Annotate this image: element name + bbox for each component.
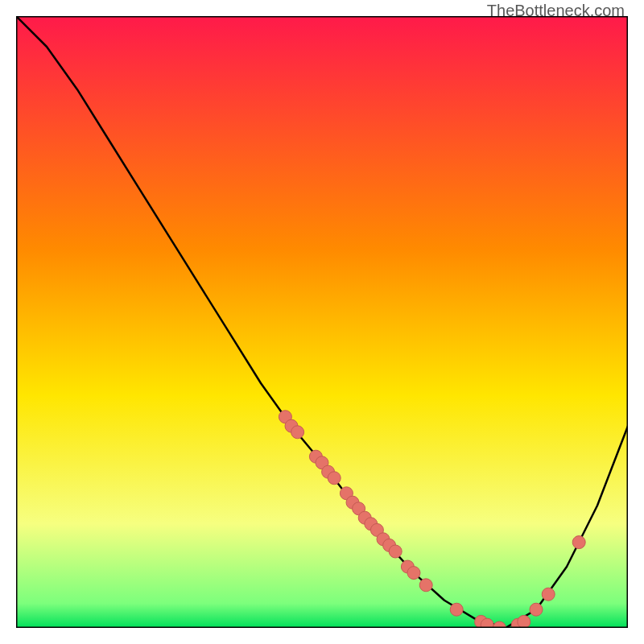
data-marker — [572, 536, 585, 549]
data-marker — [419, 579, 432, 592]
data-marker — [481, 618, 493, 628]
gradient-background — [16, 16, 628, 628]
data-marker — [542, 588, 555, 601]
data-marker — [389, 545, 402, 558]
data-marker — [450, 603, 463, 616]
data-marker — [530, 603, 543, 616]
data-marker — [407, 567, 420, 580]
data-marker — [328, 472, 341, 485]
attribution-text: TheBottleneck.com — [487, 2, 625, 20]
data-marker — [291, 426, 304, 439]
chart-svg — [16, 16, 628, 628]
data-marker — [518, 615, 530, 628]
plot-area — [16, 16, 628, 628]
